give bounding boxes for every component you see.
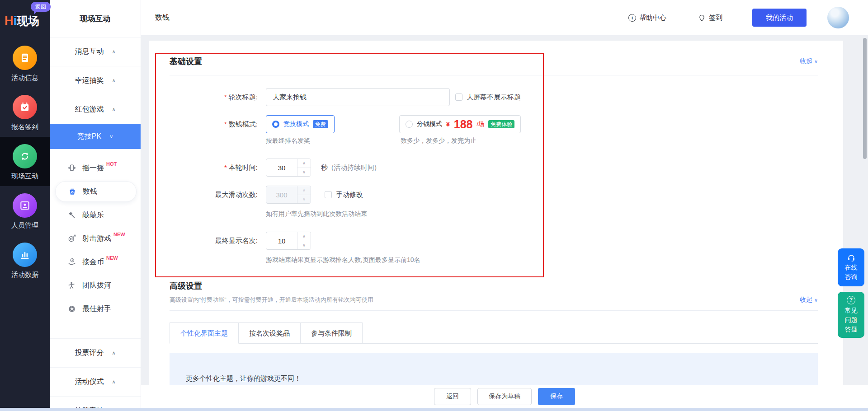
chevron-up-icon: ∧ bbox=[112, 379, 115, 385]
nav-label: 报名签到 bbox=[0, 123, 50, 131]
submenu-item-shake[interactable]: 摇一摇 HOT bbox=[50, 156, 141, 180]
logo-hi: H bbox=[5, 14, 14, 28]
faq-button[interactable]: ? 常见 问题 答疑 bbox=[838, 292, 864, 338]
label-text: 轮次标题: bbox=[229, 93, 258, 101]
required-mark: * bbox=[224, 93, 227, 101]
divider bbox=[170, 310, 818, 311]
increment-button[interactable]: ∧ bbox=[297, 232, 311, 241]
final-rank-stepper[interactable]: ∧∨ bbox=[266, 232, 311, 250]
checkbox-label: 大屏幕不展示标题 bbox=[467, 93, 521, 102]
submenu-item-best-shooter[interactable]: 最佳射手 bbox=[50, 297, 141, 321]
submenu-item-tug-of-war[interactable]: 团队拔河 bbox=[50, 274, 141, 297]
mode-helper-2: 数多少，发多少，发完为止 bbox=[401, 137, 476, 145]
divider bbox=[170, 75, 818, 75]
submenu-label: 敲敲乐 bbox=[82, 210, 104, 220]
max-swipes-input bbox=[266, 186, 297, 203]
label-text: 本轮时间: bbox=[229, 163, 258, 171]
group-redpacket-games[interactable]: 红包游戏∧ bbox=[50, 95, 141, 124]
vertical-scrollbar[interactable] bbox=[863, 38, 867, 159]
duration-input[interactable] bbox=[266, 159, 297, 176]
advanced-settings-section: 高级设置 高级设置内“付费功能”，可按需付费开通，开通后本场活动内所有轮次均可使… bbox=[149, 264, 843, 385]
nav-activity-info[interactable]: 活动信息 bbox=[0, 38, 50, 88]
back-button[interactable]: 返回 bbox=[434, 388, 471, 405]
collapse-label: 收起 bbox=[800, 57, 812, 65]
help-center-link[interactable]: i 帮助中心 bbox=[628, 14, 666, 22]
final-rank-input[interactable] bbox=[266, 232, 297, 249]
tab-participation-limits[interactable]: 参与条件限制 bbox=[301, 322, 363, 343]
group-competitive-pk[interactable]: 竞技PK∨ bbox=[50, 124, 141, 149]
round-title-label: *轮次标题: bbox=[170, 93, 266, 102]
submenu-item-knock[interactable]: 敲敲乐 bbox=[50, 203, 141, 227]
collapse-basic-link[interactable]: 收起∨ bbox=[800, 57, 818, 65]
save-draft-button[interactable]: 保存为草稿 bbox=[477, 388, 532, 405]
mode-option-split-money[interactable]: 分钱模式 ¥188/场 免费体验 bbox=[399, 115, 521, 133]
checkbox-icon[interactable] bbox=[325, 191, 332, 198]
checkin-link[interactable]: 签到 bbox=[698, 14, 722, 22]
radio-selected-icon[interactable] bbox=[272, 121, 279, 128]
increment-button[interactable]: ∧ bbox=[297, 159, 311, 168]
advanced-settings-title: 高级设置 bbox=[170, 280, 373, 291]
user-avatar[interactable] bbox=[827, 7, 849, 28]
final-rank-helper: 游戏结束结果页显示游戏排名人数,页面最多显示前10名 bbox=[170, 256, 818, 264]
money-stack-icon bbox=[67, 187, 77, 196]
submenu-item-count-money[interactable]: 数钱 bbox=[50, 180, 141, 203]
round-title-input[interactable] bbox=[266, 88, 450, 106]
info-icon: i bbox=[628, 14, 636, 22]
topbar: 数钱 i 帮助中心 签到 我的活动 bbox=[141, 0, 868, 35]
nav-label: 活动数据 bbox=[0, 271, 50, 279]
group-label: 投票评分 bbox=[75, 348, 104, 358]
group-lucky-draw[interactable]: 幸运抽奖∧ bbox=[50, 66, 141, 95]
nav-personnel[interactable]: 人员管理 bbox=[0, 186, 50, 235]
checkbox-icon[interactable] bbox=[455, 93, 462, 101]
chevron-down-icon: ∨ bbox=[814, 297, 818, 303]
collapse-label: 收起 bbox=[800, 296, 812, 303]
nav-live-interaction[interactable]: 现场互动 bbox=[0, 137, 50, 186]
required-mark: * bbox=[224, 163, 227, 171]
submenu-item-shooting-game[interactable]: 射击游戏 NEW bbox=[50, 227, 141, 250]
round-title-row: *轮次标题: 大屏幕不展示标题 bbox=[170, 88, 818, 106]
main-content: 基础设置 收起∨ *轮次标题: 大屏幕不展示标题 *数钱模式: 竞技模式 免费 bbox=[141, 35, 868, 385]
decrement-button[interactable]: ∨ bbox=[297, 168, 311, 177]
nav-activity-data[interactable]: 活动数据 bbox=[0, 235, 50, 285]
manual-edit-checkbox-group[interactable]: 手动修改 bbox=[325, 191, 363, 199]
online-consult-button[interactable]: 在线 咨询 bbox=[838, 248, 864, 286]
required-mark: * bbox=[224, 120, 227, 128]
group-label: 活动仪式 bbox=[75, 377, 104, 387]
location-pin-icon bbox=[698, 14, 706, 22]
final-rank-label: 最终显示名次: bbox=[170, 237, 266, 245]
currency-symbol: ¥ bbox=[446, 121, 450, 128]
group-ceremony[interactable]: 活动仪式∧ bbox=[50, 367, 141, 396]
question-icon: ? bbox=[847, 296, 855, 304]
basic-settings-section: 基础设置 收起∨ *轮次标题: 大屏幕不展示标题 *数钱模式: 竞技模式 免费 bbox=[149, 41, 843, 264]
label-text: 最大滑动次数: bbox=[215, 191, 258, 198]
duration-unit: 秒 bbox=[321, 163, 328, 172]
back-bubble-button[interactable]: 返回 bbox=[31, 2, 51, 12]
submenu-competitive-pk: 摇一摇 HOT 数钱 敲敲乐 射击游戏 NEW bbox=[50, 149, 141, 338]
save-button[interactable]: 保存 bbox=[538, 388, 575, 405]
primary-sidebar: Hi现场 活动信息 报名签到 现场互动 人员管理 bbox=[0, 0, 50, 411]
submenu-item-catch-coins[interactable]: 接金币 NEW bbox=[50, 250, 141, 274]
hide-title-checkbox-group[interactable]: 大屏幕不展示标题 bbox=[455, 93, 521, 102]
duration-stepper[interactable]: ∧∨ bbox=[266, 159, 311, 177]
chevron-up-icon: ∧ bbox=[112, 350, 115, 356]
tab-theme[interactable]: 个性化界面主题 bbox=[170, 322, 239, 344]
group-vote-score[interactable]: 投票评分∧ bbox=[50, 338, 141, 367]
max-swipes-helper: 如有用户率先摇动到此次数活动结束 bbox=[170, 210, 818, 218]
calendar-check-icon bbox=[13, 95, 37, 119]
collapse-advanced-link[interactable]: 收起∨ bbox=[800, 296, 818, 304]
secondary-sidebar: 现场互动 消息互动∧ 幸运抽奖∧ 红包游戏∧ 竞技PK∨ 摇一摇 HOT 数钱 … bbox=[50, 0, 141, 411]
money-mode-label: *数钱模式: bbox=[170, 120, 266, 129]
mode-name: 竞技模式 bbox=[283, 120, 309, 128]
my-activities-button[interactable]: 我的活动 bbox=[752, 9, 807, 27]
mode-option-competitive[interactable]: 竞技模式 免费 bbox=[266, 115, 335, 133]
max-swipes-stepper[interactable]: ∧∨ bbox=[266, 186, 311, 204]
nav-signup-checkin[interactable]: 报名签到 bbox=[0, 88, 50, 137]
mode-name: 分钱模式 bbox=[417, 120, 442, 128]
duration-label: *本轮时间: bbox=[170, 163, 266, 172]
decrement-button[interactable]: ∨ bbox=[297, 241, 311, 250]
duration-note: (活动持续时间) bbox=[331, 163, 377, 172]
group-message-interaction[interactable]: 消息互动∧ bbox=[50, 37, 141, 66]
tug-of-war-icon bbox=[67, 281, 77, 290]
radio-unselected-icon[interactable] bbox=[406, 121, 413, 128]
tab-prizes-by-rank[interactable]: 按名次设奖品 bbox=[239, 322, 301, 343]
